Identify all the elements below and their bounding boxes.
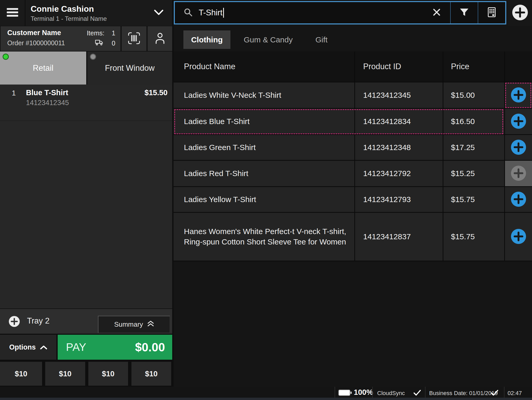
quick-cash-label: $10 (59, 370, 71, 378)
terminal-name: Terminal 1 - Terminal Name (31, 15, 107, 22)
product-name: Ladies Yellow T-Shirt (184, 187, 348, 212)
order-line-divider (0, 120, 172, 121)
funnel-icon (460, 8, 469, 17)
keypad-button[interactable] (478, 2, 505, 23)
product-row[interactable]: Ladies Blue T-Shirt 14123412834 $16.50 (174, 109, 532, 135)
double-chevron-up-icon (147, 320, 154, 329)
category-tab-gift[interactable]: Gift (305, 30, 338, 49)
menu-button[interactable] (0, 0, 25, 26)
active-tray-indicator (3, 54, 9, 60)
product-id: 14123412837 (363, 213, 441, 261)
add-to-order-button[interactable] (510, 139, 527, 156)
add-to-order-button[interactable] (510, 113, 527, 130)
battery-percent: 100% (354, 388, 373, 397)
order-line-sku: 14123412345 (26, 99, 69, 107)
product-price: $17.25 (451, 135, 500, 160)
tray-tab-retail[interactable]: Retail (0, 51, 86, 85)
product-row[interactable]: Ladies White V-Neck T-Shirt 14123412345 … (174, 82, 532, 109)
clear-search-button[interactable] (423, 2, 450, 23)
column-divider (443, 51, 443, 261)
plus-circle-icon (510, 191, 527, 208)
customer-tile[interactable]: Customer Name Order #1000000011 Items: 1… (1, 26, 121, 51)
status-divider (504, 387, 504, 398)
quick-cash-label: $10 (15, 370, 27, 378)
product-row[interactable]: Ladies Yellow T-Shirt 14123412793 $15.75 (174, 187, 532, 213)
close-icon (433, 8, 441, 17)
status-divider (372, 387, 373, 398)
quick-cash-button[interactable]: $10 (88, 362, 128, 386)
pay-label: PAY (66, 341, 86, 353)
category-label: Gift (315, 35, 328, 44)
tray-bar: Tray 2 Summary (0, 309, 172, 334)
product-row[interactable]: Hanes Women's White Perfect-t V-neck T-s… (174, 213, 532, 261)
truck-icon (95, 39, 103, 47)
business-date-label: Business Date: 01/01/2019 (429, 390, 498, 397)
add-tray-button[interactable] (8, 315, 20, 328)
catalog-header-row: Product Name Product ID Price (174, 51, 532, 82)
summary-button[interactable]: Summary (98, 316, 170, 333)
options-button[interactable]: Options (0, 335, 56, 360)
product-name: Ladies Red T-Shirt (184, 161, 348, 186)
pay-amount: $0.00 (135, 340, 165, 354)
cashier-dropdown-button[interactable] (152, 8, 165, 18)
plus-circle-icon (510, 165, 527, 182)
column-divider (504, 51, 505, 261)
person-icon (155, 33, 165, 45)
tray-name: Tray 2 (27, 316, 50, 326)
delivery-count-row: 0 (95, 39, 115, 47)
product-id: 14123412348 (363, 135, 441, 160)
column-header-price: Price (451, 51, 469, 82)
product-search-input[interactable]: T-Shirt (174, 1, 506, 24)
add-to-order-button[interactable] (510, 228, 527, 245)
column-divider (354, 51, 355, 261)
plus-circle-icon (510, 113, 527, 130)
summary-label: Summary (114, 320, 143, 328)
add-product-button[interactable] (508, 0, 532, 26)
search-value: T-Shirt (199, 8, 222, 17)
add-to-order-button[interactable] (510, 191, 527, 208)
tray-tab-front-window[interactable]: Front Window (87, 51, 172, 85)
text-caret (223, 8, 224, 18)
add-to-order-button-pressed[interactable] (510, 165, 527, 182)
plus-circle-icon (8, 324, 20, 328)
cloudsync-label: CloudSync (377, 390, 405, 397)
quick-cash-button[interactable]: $10 (131, 362, 171, 386)
status-divider (335, 387, 335, 398)
chevron-up-icon (40, 343, 47, 351)
product-row[interactable]: Ladies Red T-Shirt 14123412792 $15.25 (174, 161, 532, 187)
plus-circle-icon (512, 4, 528, 22)
product-row[interactable]: Ladies Green T-Shirt 14123412348 $17.25 (174, 135, 532, 161)
options-label: Options (9, 343, 36, 351)
plus-circle-icon (510, 228, 527, 245)
product-name: Ladies White V-Neck T-Shirt (184, 82, 348, 108)
add-to-order-button[interactable] (510, 87, 527, 104)
pay-button[interactable]: PAY $0.00 (58, 335, 172, 360)
filter-button[interactable] (451, 2, 478, 23)
product-name: Hanes Women's White Perfect-t V-neck T-s… (184, 213, 348, 261)
cashier-name: Connie Cashion (31, 4, 94, 14)
quick-cash-label: $10 (145, 370, 157, 378)
column-header-product-id: Product ID (363, 51, 401, 82)
plus-circle-icon (510, 139, 527, 156)
pos-app: Connie Cashion Terminal 1 - Terminal Nam… (0, 0, 532, 400)
barcode-icon (128, 32, 140, 46)
category-tab-gum-candy[interactable]: Gum & Candy (240, 30, 296, 49)
checkmark-icon (490, 389, 499, 397)
customer-name: Customer Name (7, 29, 61, 37)
tray-tab-label: Retail (33, 63, 53, 73)
product-name: Ladies Blue T-Shirt (184, 109, 348, 134)
barcode-scan-button[interactable] (122, 26, 147, 51)
order-line-qty: 1 (9, 89, 18, 97)
product-id: 14123412834 (363, 109, 441, 134)
plus-circle-icon (510, 87, 527, 104)
product-price: $15.00 (451, 82, 500, 108)
quick-cash-button[interactable]: $10 (45, 362, 85, 386)
category-label: Gum & Candy (244, 35, 292, 44)
battery-icon (338, 389, 352, 397)
category-tab-clothing[interactable]: Clothing (183, 30, 230, 49)
customer-lookup-button[interactable] (148, 26, 172, 51)
order-line[interactable]: 1 Blue T-Shirt 14123412345 $15.50 (0, 86, 172, 120)
quick-cash-button[interactable]: $10 (0, 362, 42, 386)
product-price: $15.25 (451, 161, 500, 186)
product-name: Ladies Green T-Shirt (184, 135, 348, 160)
